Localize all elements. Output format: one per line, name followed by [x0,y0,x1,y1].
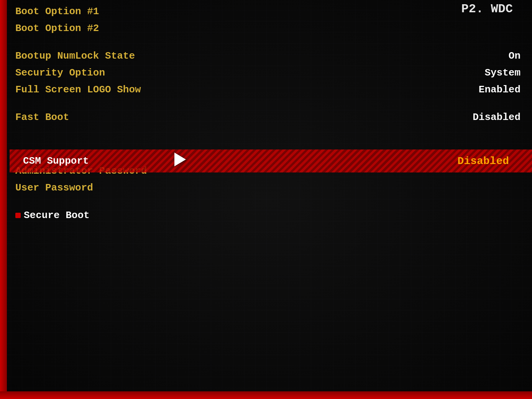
value-bootup-numlock: On [444,50,521,62]
row-secure-boot[interactable]: Secure Boot [10,207,532,224]
label-full-screen-logo: Full Screen LOGO Show [15,84,141,95]
bios-menu: Boot Option #1 Boot Option #2 Bootup Num… [10,0,532,399]
row-full-screen-logo[interactable]: Full Screen LOGO Show Enabled [10,81,532,98]
bios-screen: P2. WDC Boot Option #1 Boot Option #2 Bo… [0,0,532,399]
value-fast-boot: Disabled [444,112,521,123]
label-boot-option-1: Boot Option #1 [15,6,99,17]
row-boot-option-1[interactable]: Boot Option #1 [10,3,532,20]
spacer-4 [10,196,532,207]
row-user-password[interactable]: User Password [10,179,532,196]
value-full-screen-logo: Enabled [444,84,521,95]
row-csm-support[interactable]: CSM Support Disabled [10,149,532,172]
value-security-option: System [444,67,521,79]
label-secure-boot: Secure Boot [15,210,90,221]
row-fast-boot[interactable]: Fast Boot Disabled [10,109,532,126]
row-bootup-numlock[interactable]: Bootup NumLock State On [10,48,532,64]
left-accent-bar [0,0,7,399]
spacer-3 [10,126,532,136]
row-security-option[interactable]: Security Option System [10,64,532,81]
secure-boot-dot [15,213,21,218]
spacer-1 [10,37,532,48]
label-boot-option-2: Boot Option #2 [15,23,99,34]
label-bootup-numlock: Bootup NumLock State [15,50,135,62]
label-security-option: Security Option [15,67,105,79]
row-boot-option-2[interactable]: Boot Option #2 [10,20,532,37]
label-fast-boot: Fast Boot [15,112,69,123]
mouse-cursor [174,153,186,166]
label-csm-support: CSM Support [23,155,89,167]
label-user-password: User Password [15,182,93,194]
spacer-2 [10,98,532,109]
value-csm-support: Disabled [458,155,509,167]
